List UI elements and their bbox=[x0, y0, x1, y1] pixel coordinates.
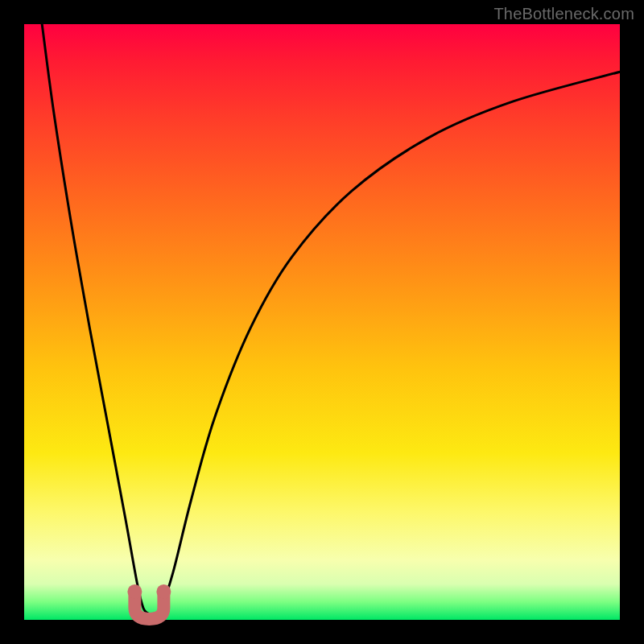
chart-stage: TheBottleneck.com bbox=[0, 0, 644, 644]
curve-svg bbox=[24, 24, 620, 620]
svg-point-0 bbox=[127, 584, 142, 599]
svg-point-1 bbox=[156, 584, 171, 599]
gradient-plot-area bbox=[24, 24, 620, 620]
bottleneck-curve bbox=[42, 24, 620, 615]
optimal-marker bbox=[127, 584, 171, 619]
watermark-text: TheBottleneck.com bbox=[493, 5, 634, 23]
